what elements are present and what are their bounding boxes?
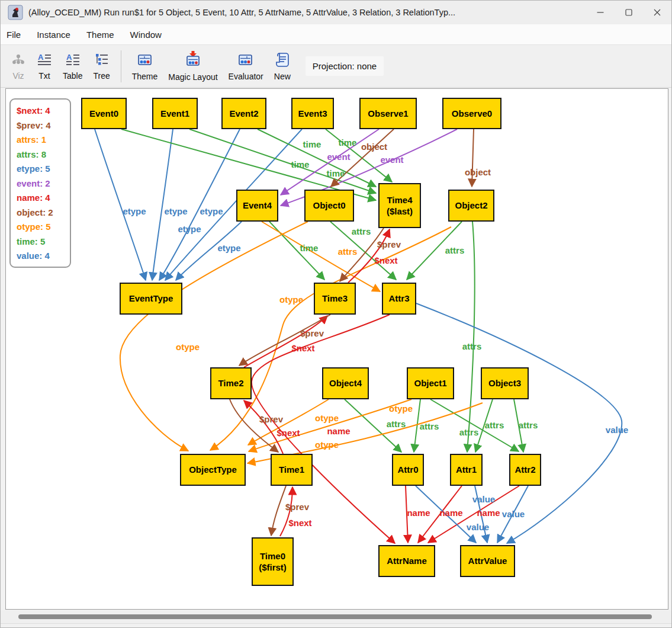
viz-button[interactable]: Viz bbox=[5, 52, 31, 81]
edge-label-$next: $next bbox=[276, 428, 300, 438]
edge-label-value: value bbox=[502, 509, 525, 519]
minimize-button[interactable] bbox=[586, 1, 615, 24]
node-Attr1[interactable]: Attr1 bbox=[450, 454, 483, 486]
menu-window[interactable]: Window bbox=[130, 30, 162, 40]
node-Time2[interactable]: Time2 bbox=[210, 367, 252, 399]
table-button[interactable]: A Table bbox=[57, 52, 88, 81]
window-title: (Alloy_OCED_MM) Run run$1 for 5 Object, … bbox=[28, 8, 586, 17]
node-Object0[interactable]: Object0 bbox=[304, 190, 354, 222]
legend-item: event: 2 bbox=[17, 177, 67, 191]
node-Event0[interactable]: Event0 bbox=[81, 98, 127, 129]
tree-view-icon bbox=[94, 52, 110, 69]
edge-$prev bbox=[239, 315, 330, 366]
edge-attrs bbox=[430, 399, 519, 451]
evaluator-button[interactable]: Evaluator bbox=[223, 52, 269, 81]
node-Object2[interactable]: Object2 bbox=[448, 190, 494, 222]
edge-attrs bbox=[467, 222, 475, 452]
node-Object1[interactable]: Object1 bbox=[407, 367, 454, 399]
edge-label-attrs: attrs bbox=[459, 427, 479, 437]
node-Time1[interactable]: Time1 bbox=[271, 454, 313, 486]
projection-selector[interactable]: Projection: none bbox=[306, 56, 384, 76]
edge-label-attrs: attrs bbox=[462, 341, 482, 351]
edge-label-otype: otype bbox=[279, 294, 303, 305]
node-Attr2[interactable]: Attr2 bbox=[509, 454, 541, 486]
menu-bar: File Instance Theme Window bbox=[1, 24, 671, 45]
relation-legend: $next: 4$prev: 4attrs: 1attrs: 8etype: 5… bbox=[9, 98, 71, 268]
node-Attr0[interactable]: Attr0 bbox=[392, 454, 424, 486]
edge-label-$prev: $prev bbox=[300, 328, 324, 338]
txt-button[interactable]: A Txt bbox=[31, 52, 57, 81]
edge-label-etype: etype bbox=[178, 224, 201, 234]
node-Event3[interactable]: Event3 bbox=[291, 98, 334, 129]
edge-label-otype: otype bbox=[176, 342, 200, 352]
legend-item: otype: 5 bbox=[17, 220, 67, 235]
legend-item: $prev: 4 bbox=[17, 118, 67, 133]
edge-label-otype: otype bbox=[315, 440, 339, 450]
node-Observe1[interactable]: Observe1 bbox=[359, 98, 417, 129]
node-Event1[interactable]: Event1 bbox=[152, 98, 198, 129]
text-view-icon: A bbox=[37, 52, 52, 69]
edge-label-time: time bbox=[300, 243, 319, 253]
node-label: Time4 bbox=[387, 194, 412, 206]
node-label: Event4 bbox=[243, 200, 272, 212]
node-Event2[interactable]: Event2 bbox=[221, 98, 266, 129]
node-AttrValue[interactable]: AttrValue bbox=[460, 545, 515, 577]
title-bar: (Alloy_OCED_MM) Run run$1 for 5 Object, … bbox=[1, 1, 671, 24]
new-button[interactable]: New bbox=[269, 52, 296, 81]
node-label: AttrName bbox=[387, 555, 427, 567]
edge-label-time: time bbox=[339, 137, 357, 148]
edge-label-object: object bbox=[361, 142, 387, 152]
svg-text:A: A bbox=[38, 53, 44, 62]
node-ObjectType[interactable]: ObjectType bbox=[180, 454, 246, 486]
menu-theme[interactable]: Theme bbox=[86, 30, 114, 40]
theme-button[interactable]: Theme bbox=[127, 52, 163, 81]
edge-label-name: name bbox=[439, 508, 462, 518]
node-Time4[interactable]: Time4($last) bbox=[378, 183, 421, 228]
edge-label-attrs: attrs bbox=[387, 419, 406, 429]
legend-item: object: 2 bbox=[17, 206, 67, 220]
window-bottom-strip bbox=[1, 623, 671, 628]
magic-layout-button[interactable]: Magic Layout bbox=[163, 51, 223, 82]
node-EventType[interactable]: EventType bbox=[120, 283, 182, 315]
theme-icon bbox=[137, 52, 153, 70]
node-label: Object2 bbox=[455, 200, 487, 212]
node-label: Time2 bbox=[218, 377, 243, 389]
node-label: Object3 bbox=[488, 377, 521, 389]
node-Object3[interactable]: Object3 bbox=[481, 367, 529, 399]
menu-instance[interactable]: Instance bbox=[37, 30, 70, 40]
legend-item: $next: 4 bbox=[17, 104, 67, 118]
node-label: Attr0 bbox=[397, 464, 418, 476]
horizontal-scrollbar[interactable] bbox=[1, 610, 671, 623]
node-label: Event1 bbox=[160, 108, 189, 120]
legend-item: name: 4 bbox=[17, 191, 67, 206]
evaluator-button-label: Evaluator bbox=[229, 72, 263, 81]
edge-name bbox=[252, 315, 395, 543]
edge-label-event: event bbox=[327, 152, 350, 162]
edge-label-etype: etype bbox=[200, 206, 223, 216]
edge-label-attrs: attrs bbox=[352, 226, 371, 236]
node-label: Time0 bbox=[260, 550, 285, 562]
toolbar-divider bbox=[121, 50, 121, 82]
edge-label-$prev: $prev bbox=[377, 239, 401, 249]
close-button[interactable] bbox=[643, 1, 671, 24]
node-Object4[interactable]: Object4 bbox=[322, 367, 369, 399]
node-Attr3[interactable]: Attr3 bbox=[382, 283, 416, 315]
node-AttrName[interactable]: AttrName bbox=[378, 545, 435, 577]
menu-file[interactable]: File bbox=[7, 30, 21, 40]
node-Event4[interactable]: Event4 bbox=[236, 190, 278, 222]
node-Time0[interactable]: Time0($first) bbox=[252, 537, 294, 586]
theme-button-label: Theme bbox=[132, 72, 158, 81]
node-label: ObjectType bbox=[189, 464, 237, 476]
graph-canvas: $next: 4$prev: 4attrs: 1attrs: 8etype: 5… bbox=[6, 89, 668, 609]
node-sublabel: ($last) bbox=[387, 206, 413, 217]
legend-item: value: 4 bbox=[17, 249, 67, 264]
maximize-button[interactable] bbox=[615, 1, 643, 24]
node-label: Object0 bbox=[313, 200, 345, 212]
edge-label-name: name bbox=[477, 508, 500, 518]
magic-layout-button-label: Magic Layout bbox=[168, 72, 217, 82]
tree-button[interactable]: Tree bbox=[88, 52, 115, 81]
horizontal-scrollbar-thumb[interactable] bbox=[18, 614, 652, 619]
edge-label-attrs: attrs bbox=[519, 420, 538, 430]
node-Observe0[interactable]: Observe0 bbox=[442, 98, 501, 129]
node-Time3[interactable]: Time3 bbox=[314, 283, 356, 315]
